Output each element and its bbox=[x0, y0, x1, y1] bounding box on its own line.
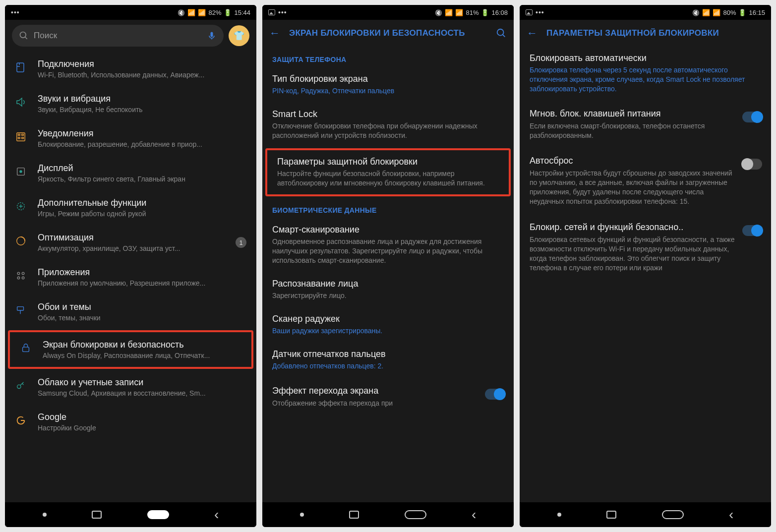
svg-rect-2 bbox=[211, 32, 213, 37]
signal-icon: 📶 bbox=[198, 9, 206, 16]
settings-google[interactable]: GoogleНастройки Google bbox=[5, 405, 256, 439]
search-placeholder: Поиск bbox=[34, 31, 202, 41]
svg-point-0 bbox=[20, 32, 26, 38]
back-arrow-icon[interactable]: ← bbox=[527, 27, 537, 40]
clock: 16:15 bbox=[749, 9, 765, 16]
mute-icon bbox=[692, 9, 700, 16]
plus-gear-icon bbox=[14, 199, 28, 213]
svg-point-19 bbox=[17, 385, 21, 388]
item-lock-network[interactable]: Блокир. сетей и функций безопасно.. Блок… bbox=[520, 214, 771, 281]
wifi-icon: 📶 bbox=[187, 9, 195, 16]
search-icon bbox=[19, 31, 29, 41]
battery-percent: 81% bbox=[466, 9, 478, 16]
settings-apps[interactable]: ПриложенияПриложения по умолчанию, Разре… bbox=[5, 260, 256, 295]
item-secure-lock-params[interactable]: Параметры защитной блокировки Настройте … bbox=[267, 150, 509, 195]
screenshot-icon bbox=[268, 9, 275, 15]
clock: 15:44 bbox=[234, 9, 250, 16]
nav-recent[interactable] bbox=[349, 511, 359, 519]
svg-point-20 bbox=[497, 29, 504, 36]
page-title: ПАРАМЕТРЫ ЗАЩИТНОЙ БЛОКИРОВКИ bbox=[546, 28, 764, 38]
signal-icon: 📶 bbox=[713, 9, 720, 16]
status-bar: 📶 📶 80% 🔋 16:15 bbox=[520, 5, 771, 20]
svg-rect-8 bbox=[22, 137, 24, 139]
mute-icon bbox=[178, 9, 185, 16]
toggle-power-key-lock[interactable] bbox=[742, 112, 762, 122]
item-smart-lock[interactable]: Smart Lock Отключение блокировки телефон… bbox=[262, 103, 514, 147]
signal-icon: 📶 bbox=[455, 9, 463, 16]
display-icon bbox=[14, 165, 28, 178]
item-auto-lock[interactable]: Блокировать автоматически Блокировка тел… bbox=[520, 47, 771, 101]
phone-secure-lock-params: 📶 📶 80% 🔋 16:15 ← ПАРАМЕТРЫ ЗАЩИТНОЙ БЛО… bbox=[520, 5, 771, 527]
item-face-recognition[interactable]: Распознавание лица Зарегистрируйте лицо. bbox=[262, 272, 514, 307]
battery-percent: 82% bbox=[208, 9, 221, 16]
lock-icon bbox=[19, 341, 33, 355]
svg-rect-18 bbox=[23, 347, 29, 352]
nav-bar bbox=[520, 502, 771, 527]
battery-icon: 🔋 bbox=[738, 9, 746, 16]
phone-lock-security: 📶 📶 81% 🔋 16:08 ← ЭКРАН БЛОКИРОВКИ И БЕЗ… bbox=[262, 5, 514, 527]
nav-back[interactable] bbox=[214, 507, 219, 523]
battery-icon: 🔋 bbox=[224, 9, 232, 16]
svg-point-13 bbox=[17, 272, 20, 275]
item-power-key-lock[interactable]: Мгнов. блок. клавишей питания Если включ… bbox=[520, 101, 771, 148]
settings-optimization[interactable]: ОптимизацияАккумулятор, хранилище, ОЗУ, … bbox=[5, 225, 256, 260]
notifications-icon bbox=[14, 130, 28, 144]
google-icon bbox=[14, 414, 28, 427]
settings-sounds[interactable]: Звуки и вибрацияЗвуки, Вибрация, Не бесп… bbox=[5, 86, 256, 121]
settings-cloud-accounts[interactable]: Облако и учетные записиSamsung Cloud, Ар… bbox=[5, 370, 256, 405]
screenshot-icon bbox=[526, 9, 533, 15]
item-transition-effect[interactable]: Эффект перехода экрана Отображение эффек… bbox=[262, 378, 514, 416]
svg-rect-7 bbox=[18, 137, 20, 139]
toggle-transition[interactable] bbox=[485, 389, 505, 400]
connections-icon bbox=[14, 60, 28, 74]
profile-avatar[interactable]: 👕 bbox=[229, 25, 249, 46]
item-smart-scan[interactable]: Смарт-сканирование Одновременное распозн… bbox=[262, 218, 514, 272]
settings-connections[interactable]: ПодключенияWi-Fi, Bluetooth, Использован… bbox=[5, 52, 256, 86]
settings-display[interactable]: ДисплейЯркость, Фильтр синего света, Гла… bbox=[5, 156, 256, 190]
svg-rect-5 bbox=[18, 134, 20, 136]
nav-assistant[interactable] bbox=[43, 513, 47, 517]
notification-dots-icon bbox=[11, 8, 20, 16]
svg-line-1 bbox=[25, 37, 27, 39]
apps-icon bbox=[14, 269, 28, 283]
settings-advanced[interactable]: Дополнительные функцииИгры, Режим работы… bbox=[5, 190, 256, 225]
highlight-secure-lock-params: Параметры защитной блокировки Настройте … bbox=[265, 148, 511, 197]
nav-assistant[interactable] bbox=[557, 513, 561, 517]
battery-icon: 🔋 bbox=[481, 9, 489, 16]
toggle-auto-reset[interactable] bbox=[742, 159, 762, 170]
clock: 16:08 bbox=[491, 9, 508, 16]
nav-home[interactable] bbox=[405, 510, 426, 519]
toggle-lock-network[interactable] bbox=[742, 225, 762, 236]
back-arrow-icon[interactable]: ← bbox=[269, 27, 280, 40]
nav-back[interactable] bbox=[472, 507, 476, 523]
nav-recent[interactable] bbox=[606, 511, 616, 519]
settings-wallpapers[interactable]: Обои и темыОбои, темы, значки bbox=[5, 295, 256, 329]
notification-dots-icon bbox=[278, 8, 287, 16]
speaker-icon bbox=[14, 95, 28, 109]
nav-home[interactable] bbox=[662, 510, 684, 519]
mute-icon bbox=[435, 9, 442, 16]
nav-recent[interactable] bbox=[92, 511, 102, 519]
svg-point-15 bbox=[17, 277, 20, 279]
section-phone-protection: ЗАЩИТА ТЕЛЕФОНА bbox=[262, 47, 514, 67]
item-lock-type[interactable]: Тип блокировки экрана PIN-код, Радужка, … bbox=[262, 67, 514, 103]
item-auto-reset[interactable]: Автосброс Настройки устройства будут сбр… bbox=[520, 148, 771, 214]
nav-back[interactable] bbox=[729, 507, 733, 523]
nav-assistant[interactable] bbox=[300, 513, 304, 517]
key-icon bbox=[14, 379, 28, 393]
notification-dots-icon bbox=[536, 8, 544, 16]
optimization-icon bbox=[14, 234, 28, 248]
search-input[interactable]: Поиск bbox=[12, 25, 224, 47]
nav-home[interactable] bbox=[147, 510, 169, 519]
svg-point-14 bbox=[22, 272, 24, 275]
settings-notifications[interactable]: УведомленияБлокирование, разрешение, доб… bbox=[5, 121, 256, 156]
svg-line-21 bbox=[503, 35, 505, 37]
svg-point-10 bbox=[19, 170, 22, 173]
mic-icon[interactable] bbox=[207, 31, 217, 41]
settings-lock-security[interactable]: Экран блокировки и безопасностьAlways On… bbox=[10, 332, 251, 367]
highlight-lock-security: Экран блокировки и безопасностьAlways On… bbox=[8, 330, 253, 369]
search-icon[interactable] bbox=[496, 28, 507, 39]
item-iris-scanner[interactable]: Сканер радужек Ваши радужки зарегистриро… bbox=[262, 307, 514, 343]
svg-rect-6 bbox=[22, 134, 24, 136]
item-fingerprint[interactable]: Датчик отпечатков пальцев Добавлено отпе… bbox=[262, 343, 514, 378]
